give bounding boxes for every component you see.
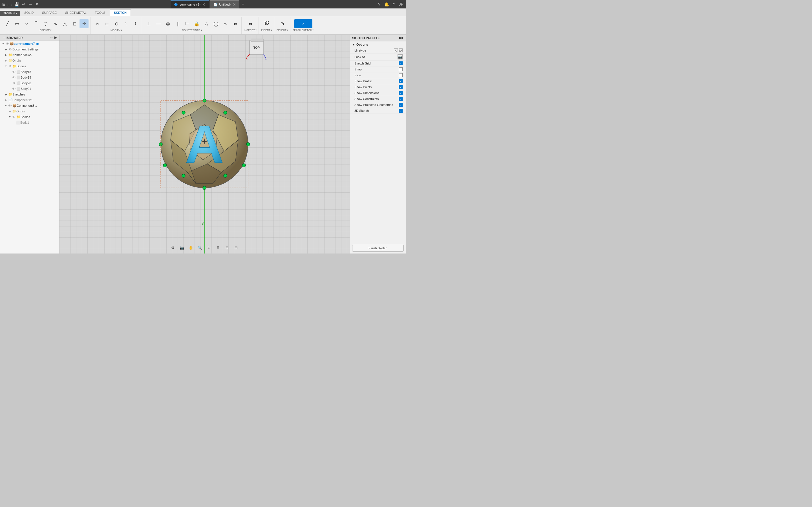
polygon-tool[interactable]: ⬡ <box>41 19 50 28</box>
break-tool[interactable]: ⊝ <box>112 19 121 28</box>
show-constraints-checkbox[interactable]: ✓ <box>399 97 403 101</box>
tree-doc-settings[interactable]: ▶ ⚙ Document Settings <box>0 47 59 52</box>
eye-body20[interactable]: 👁 <box>12 81 16 85</box>
extend-tool[interactable]: ⊏ <box>102 19 111 28</box>
tree-root[interactable]: ▼ 👁 📦 sorry game v7 ◉ <box>0 41 59 47</box>
tab-surface[interactable]: SURFACE <box>38 9 61 16</box>
browser-expand-icon[interactable]: ▶ <box>54 36 57 40</box>
expand-root[interactable]: ▼ <box>1 42 5 46</box>
canvas-more-icon[interactable]: ⊟ <box>232 244 240 251</box>
redo-icon[interactable]: ↪ <box>28 2 33 7</box>
tree-component3[interactable]: ▼ 👁 📦 Component3:1 <box>0 103 59 108</box>
tree-named-views[interactable]: ▶ 📁 Named Views <box>0 52 59 58</box>
palette-options-section[interactable]: ▼ Options <box>350 41 406 48</box>
browser-options-icon[interactable]: ⋯ <box>50 36 53 40</box>
tab-sketch[interactable]: SKETCH <box>110 9 131 16</box>
expand-origin-1[interactable]: ▶ <box>4 59 8 62</box>
smooth-tool[interactable]: ∿ <box>221 19 230 28</box>
tree-origin-2[interactable]: ▶ 📁 Origin <box>0 108 59 114</box>
new-tab-icon[interactable]: ＋ <box>241 2 246 7</box>
eye-body19[interactable]: 👁 <box>12 76 16 79</box>
tab-solid[interactable]: SOLID <box>20 9 38 16</box>
eye-body21[interactable]: 👁 <box>12 87 16 91</box>
show-points-checkbox[interactable]: ✓ <box>399 85 403 89</box>
canvas-grid-icon[interactable]: ⊞ <box>223 244 231 251</box>
slice-checkbox[interactable] <box>399 73 403 77</box>
help-icon[interactable]: ? <box>377 2 382 7</box>
chamfer-tool[interactable]: ⌇ <box>131 19 140 28</box>
tab-sorry-game[interactable]: 🔷 sorry game v8* ✕ <box>170 0 209 8</box>
sync-icon[interactable]: ↻ <box>391 2 396 7</box>
fillet-tool[interactable]: ⌇ <box>121 19 131 28</box>
collinear-tool[interactable]: — <box>154 19 163 28</box>
tree-body19[interactable]: 👁 ⬜ Body19 <box>0 75 59 80</box>
concentric-tool[interactable]: ◎ <box>163 19 172 28</box>
tab-tools[interactable]: TOOLS <box>91 9 110 16</box>
expand-sketches[interactable]: ▶ <box>4 93 8 96</box>
tab-sheet-metal[interactable]: SHEET METAL <box>61 9 91 16</box>
save-icon[interactable]: 💾 <box>14 2 19 7</box>
design-dropdown-btn[interactable]: DESIGN ▾ <box>0 11 20 16</box>
canvas-fit-icon[interactable]: ⊕ <box>205 244 213 251</box>
parallel-tool[interactable]: ∥ <box>173 19 182 28</box>
inspect-label[interactable]: INSPECT▾ <box>244 29 257 32</box>
measure-tool[interactable]: ⇔ <box>246 19 255 28</box>
insert-label[interactable]: INSERT▾ <box>261 29 272 32</box>
eye-bodies-2[interactable]: 👁 <box>12 115 16 119</box>
canvas-capture-icon[interactable]: 📷 <box>178 244 186 251</box>
eye-component3[interactable]: 👁 <box>8 104 12 107</box>
finish-sketch-label[interactable]: FINISH SKETCH▾ <box>293 29 314 32</box>
linetype-prev-icon[interactable]: ◁ <box>394 48 398 52</box>
sketch-grid-checkbox[interactable]: ✓ <box>399 61 403 65</box>
tree-bodies-2[interactable]: ▼ 👁 📁 Bodies <box>0 114 59 120</box>
show-profile-checkbox[interactable]: ✓ <box>399 79 403 83</box>
notification-icon[interactable]: 🔔 <box>384 2 389 7</box>
arc-tool[interactable]: ⌒ <box>32 19 41 28</box>
tab-close-1[interactable]: ✕ <box>202 2 206 7</box>
tree-component1[interactable]: ▶ 📄 Component1:1 <box>0 97 59 103</box>
canvas-area[interactable]: A <box>59 35 350 253</box>
trim-tool[interactable]: ✂ <box>93 19 102 28</box>
tree-bodies-1[interactable]: ▼ 👁 📁 Bodies <box>0 63 59 69</box>
create-label[interactable]: CREATE▾ <box>40 29 52 32</box>
insert-image-tool[interactable]: 🖼 <box>262 19 271 28</box>
circle-tool[interactable]: ○ <box>22 19 31 28</box>
tab-untitled[interactable]: 📄 Untitled* ✕ <box>210 0 239 8</box>
eye-root[interactable]: 👁 <box>5 42 9 45</box>
eye-bodies-1[interactable]: 👁 <box>8 64 12 68</box>
expand-bodies-1[interactable]: ▼ <box>4 64 8 68</box>
expand-origin-2[interactable]: ▶ <box>8 109 12 113</box>
spline-tool[interactable]: ∿ <box>51 19 60 28</box>
palette-expand-icon[interactable]: ▶▶ <box>399 36 404 40</box>
lock-tool[interactable]: 🔒 <box>192 19 201 28</box>
tree-body18[interactable]: 👁 ⬜ Body18 <box>0 69 59 75</box>
grid-icon[interactable]: ⋮⋮ <box>7 2 12 7</box>
tree-origin-1[interactable]: ▶ 📁 Origin <box>0 58 59 63</box>
more-icon[interactable]: ▼ <box>35 2 40 7</box>
linetype-next-icon[interactable]: ▷ <box>399 48 403 52</box>
equal-tool[interactable]: △ <box>202 19 211 28</box>
select-tool[interactable]: 🖱 <box>278 19 287 28</box>
tree-sketches[interactable]: ▶ 📁 Sketches <box>0 92 59 97</box>
eye-body18[interactable]: 👁 <box>12 70 16 73</box>
tree-body1[interactable]: ⬜ Body1 <box>0 120 59 125</box>
tree-body21[interactable]: 👁 ⬜ Body21 <box>0 86 59 92</box>
canvas-settings-icon[interactable]: ⚙ <box>169 244 177 251</box>
finish-sketch-button[interactable]: Finish Sketch <box>352 245 404 251</box>
rect-tool[interactable]: ▭ <box>12 19 21 28</box>
browser-back-icon[interactable]: ← <box>2 36 5 40</box>
snap-checkbox[interactable] <box>399 67 403 71</box>
canvas-pan-icon[interactable]: ✋ <box>187 244 195 251</box>
canvas-zoom-icon[interactable]: 🔍 <box>196 244 204 251</box>
show-dimensions-checkbox[interactable]: ✓ <box>399 91 403 95</box>
perp-tool[interactable]: ⊢ <box>183 19 192 28</box>
lookat-icon[interactable]: 📷 <box>398 54 403 59</box>
tree-body20[interactable]: 👁 ⬜ Body20 <box>0 80 59 86</box>
expand-named-views[interactable]: ▶ <box>4 53 8 57</box>
canvas-display-mode-icon[interactable]: 🖥 <box>214 244 222 251</box>
expand-doc-settings[interactable]: ▶ <box>4 47 8 51</box>
view-cube[interactable]: TOP X Z <box>245 38 268 60</box>
expand-component1[interactable]: ▶ <box>4 98 8 102</box>
conic-tool[interactable]: △ <box>60 19 69 28</box>
undo-icon[interactable]: ↩ <box>21 2 26 7</box>
